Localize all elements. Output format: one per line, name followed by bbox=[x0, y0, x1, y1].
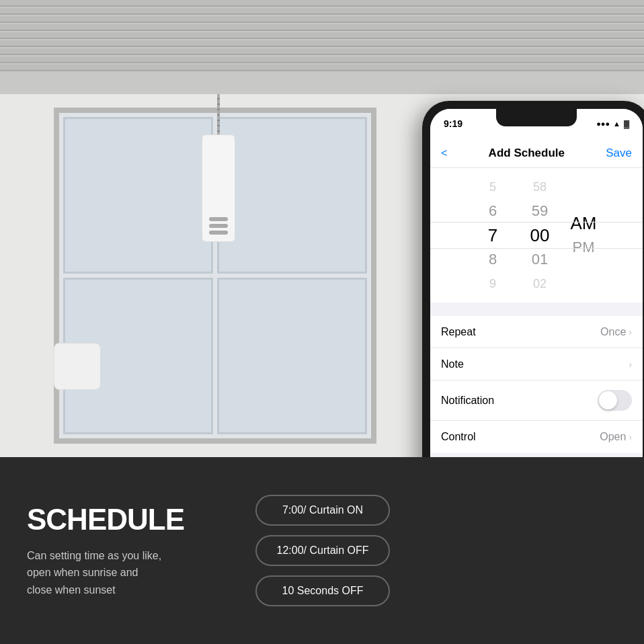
curtain-device bbox=[202, 134, 235, 242]
pill-seconds-off: 10 Seconds OFF bbox=[255, 575, 390, 606]
hour-selected: 7 bbox=[469, 223, 516, 247]
toggle-thumb bbox=[599, 391, 617, 409]
window-pane-tl bbox=[63, 117, 213, 274]
schedule-pills: 7:00/ Curtain ON 12:00/ Curtain OFF 10 S… bbox=[255, 495, 390, 606]
control-value: Open bbox=[600, 431, 626, 443]
minutes-column[interactable]: 58 59 00 01 02 bbox=[516, 175, 563, 296]
control-label: Control bbox=[441, 431, 476, 443]
bottom-section: SCHEDULE Can setting time as you like,op… bbox=[0, 457, 644, 644]
minute-item: 58 bbox=[516, 175, 563, 199]
repeat-row[interactable]: Repeat Once › bbox=[430, 316, 643, 348]
window-pane-tr bbox=[217, 117, 367, 274]
window-blinds bbox=[0, 0, 644, 94]
settings-list: Repeat Once › Note › bbox=[430, 303, 643, 457]
signal-icon: ●●● bbox=[596, 120, 610, 128]
save-button[interactable]: Save bbox=[606, 147, 632, 160]
control-chevron-icon: › bbox=[629, 432, 632, 442]
device-dot-3 bbox=[209, 231, 228, 235]
phone-mockup: 9:19 ●●● ▲ ▓ < Add Schedule Save bbox=[422, 101, 644, 457]
status-icons: ●●● ▲ ▓ bbox=[596, 120, 629, 128]
back-button[interactable]: < bbox=[441, 147, 447, 159]
ampm-column[interactable]: AM PM bbox=[563, 211, 604, 259]
device-dots bbox=[209, 217, 228, 235]
schedule-title: SCHEDULE bbox=[27, 503, 215, 536]
hours-column[interactable]: 5 6 7 8 9 bbox=[469, 175, 516, 296]
device-dot-2 bbox=[209, 224, 228, 228]
notification-toggle[interactable] bbox=[598, 390, 632, 411]
control-value-container: Open › bbox=[600, 431, 632, 443]
hour-item: 5 bbox=[469, 175, 516, 199]
photo-section: 9:19 ●●● ▲ ▓ < Add Schedule Save bbox=[0, 0, 644, 457]
nav-title: Add Schedule bbox=[489, 147, 565, 160]
time-picker[interactable]: 5 6 7 8 9 58 59 00 01 02 bbox=[430, 168, 643, 303]
repeat-value-container: Once › bbox=[600, 326, 632, 338]
nav-bar: < Add Schedule Save bbox=[430, 138, 643, 168]
phone-notch bbox=[496, 109, 577, 126]
window-pane-br bbox=[217, 278, 367, 434]
schedule-text-block: SCHEDULE Can setting time as you like,op… bbox=[27, 503, 215, 599]
hour-item: 6 bbox=[469, 199, 516, 223]
repeat-chevron-icon: › bbox=[629, 327, 632, 337]
hour-item: 8 bbox=[469, 247, 516, 272]
repeat-value: Once bbox=[600, 326, 626, 338]
settings-section-main: Repeat Once › Note › bbox=[430, 316, 643, 453]
minute-item: 59 bbox=[516, 199, 563, 223]
schedule-description: Can setting time as you like,open when s… bbox=[27, 547, 215, 599]
notification-label: Notification bbox=[441, 395, 494, 407]
status-time: 9:19 bbox=[444, 118, 462, 129]
wifi-icon: ▲ bbox=[613, 120, 620, 128]
ampm-am: AM bbox=[563, 211, 604, 235]
pill-curtain-off: 12:00/ Curtain OFF bbox=[255, 535, 390, 566]
note-chevron-icon: › bbox=[629, 359, 632, 370]
control-row[interactable]: Control Open › bbox=[430, 421, 643, 453]
phone-screen: 9:19 ●●● ▲ ▓ < Add Schedule Save bbox=[430, 109, 643, 457]
ampm-pm: PM bbox=[563, 235, 604, 259]
repeat-label: Repeat bbox=[441, 326, 476, 338]
hub-device bbox=[54, 343, 101, 390]
notification-row: Notification bbox=[430, 380, 643, 421]
note-label: Note bbox=[441, 358, 464, 370]
hour-item: 9 bbox=[469, 272, 516, 296]
picker-columns: 5 6 7 8 9 58 59 00 01 02 bbox=[469, 168, 604, 303]
device-dot-1 bbox=[209, 217, 228, 221]
pill-curtain-on: 7:00/ Curtain ON bbox=[255, 495, 390, 526]
battery-icon: ▓ bbox=[624, 120, 629, 128]
note-value-container: › bbox=[629, 359, 632, 370]
minute-item: 02 bbox=[516, 272, 563, 296]
minute-item: 01 bbox=[516, 247, 563, 272]
minute-selected: 00 bbox=[516, 223, 563, 247]
note-row[interactable]: Note › bbox=[430, 348, 643, 380]
